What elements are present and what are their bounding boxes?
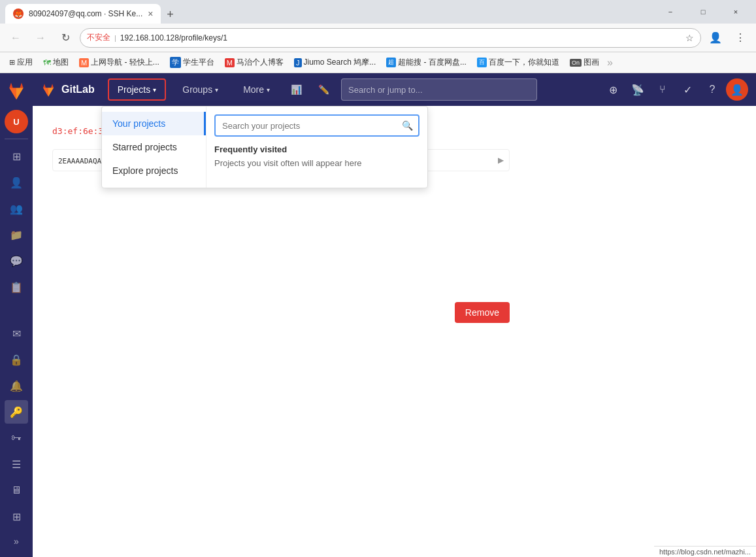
plus-icon-button[interactable]: ⊕ bbox=[602, 78, 624, 101]
bookmark-jiumo-label: Jiumo Search 鸠摩... bbox=[304, 57, 376, 68]
projects-chevron-icon: ▾ bbox=[153, 86, 156, 93]
sidebar-icon-snippets[interactable]: 📋 bbox=[5, 275, 28, 299]
tab-title: 809024097@qq.com · SSH Ke... bbox=[29, 9, 142, 18]
check-icon-button[interactable]: ✓ bbox=[676, 78, 698, 101]
sidebar-icon-groups[interactable]: 👥 bbox=[5, 197, 28, 220]
gitlab-logo[interactable] bbox=[5, 78, 28, 102]
bookmark-jiumo[interactable]: J Jiumo Search 鸠摩... bbox=[290, 56, 380, 69]
pen-icon-button[interactable]: ✏️ bbox=[314, 80, 333, 99]
groups-nav-button[interactable]: Groups ▾ bbox=[174, 80, 227, 99]
sidebar-icon-list[interactable]: ☰ bbox=[5, 452, 28, 476]
more-nav-button[interactable]: More ▾ bbox=[235, 80, 278, 99]
gitlab-logo-text: GitLab bbox=[61, 84, 95, 95]
starred-projects-label: Starred projects bbox=[112, 142, 177, 152]
tab-bar: 🦊 809024097@qq.com · SSH Ke... × + bbox=[5, 0, 650, 24]
bookmark-baidu-label: 百度一下，你就知道 bbox=[489, 57, 559, 68]
bookmark-apps-label: 应用 bbox=[17, 57, 33, 68]
sidebar-icon-dashboard[interactable]: ⊞ bbox=[5, 144, 28, 168]
groups-chevron-icon: ▾ bbox=[215, 86, 218, 93]
active-tab[interactable]: 🦊 809024097@qq.com · SSH Ke... × bbox=[5, 4, 161, 24]
tab-close-button[interactable]: × bbox=[148, 8, 153, 19]
address-bar[interactable]: 不安全 | 192.168.100.128/profile/keys/1 ☆ bbox=[80, 28, 701, 48]
browser-menu-button[interactable]: ⋮ bbox=[730, 27, 751, 48]
sidebar-icon-user[interactable]: 👤 bbox=[5, 171, 28, 194]
merge-icon-button[interactable]: ⑂ bbox=[651, 78, 674, 101]
remove-button[interactable]: Remove bbox=[455, 302, 510, 323]
dropdown-right-panel: 🔍 Frequently visited Projects you visit … bbox=[206, 107, 427, 188]
bookmarks-more-icon[interactable]: » bbox=[607, 57, 613, 69]
more-chevron-icon: ▾ bbox=[267, 86, 270, 93]
bookmark-super-label: 超能搜 - 百度网盘... bbox=[398, 57, 467, 68]
search-container bbox=[341, 78, 537, 101]
remove-row: Remove bbox=[52, 302, 510, 323]
gitlab-sidebar: U ⊞ 👤 👥 📁 💬 📋 ✉ 🔒 🔔 🔑 🗝 ☰ 🖥 ⊞ » bbox=[0, 73, 33, 557]
tab-favicon: 🦊 bbox=[13, 8, 24, 19]
projects-nav-button[interactable]: Projects ▾ bbox=[109, 80, 165, 99]
scroll-arrow: ▶ bbox=[498, 156, 504, 165]
frequently-visited-title: Frequently visited bbox=[214, 144, 419, 154]
help-icon-button[interactable]: ? bbox=[701, 78, 723, 101]
search-icon: 🔍 bbox=[402, 120, 413, 131]
bookmark-apps[interactable]: ⊞ 应用 bbox=[5, 56, 37, 69]
minimize-button[interactable]: − bbox=[655, 2, 685, 22]
sidebar-icon-access[interactable]: 🗝 bbox=[5, 426, 28, 450]
bookmark-blog-label: 马治个人博客 bbox=[237, 57, 284, 68]
bookmarks-bar: ⊞ 应用 🗺 地图 M 上网导航 - 轻快上... 学 学生平台 M 马治个人博… bbox=[0, 52, 756, 73]
title-bar: 🦊 809024097@qq.com · SSH Ke... × + − □ × bbox=[0, 0, 756, 24]
bookmark-blog[interactable]: M 马治个人博客 bbox=[221, 56, 288, 69]
bookmark-map-label: 地图 bbox=[53, 57, 69, 68]
refresh-button[interactable]: ↻ bbox=[55, 27, 76, 48]
avatar-image: 👤 bbox=[731, 84, 744, 96]
security-icon: 不安全 bbox=[87, 32, 110, 43]
projects-nav-highlight: Projects ▾ bbox=[108, 78, 167, 101]
sidebar-icon-projects[interactable]: 📁 bbox=[5, 223, 28, 246]
status-bar: https://blog.csdn.net/mazhi... bbox=[654, 546, 756, 557]
broadcast-icon-button[interactable]: 📡 bbox=[627, 78, 649, 101]
sidebar-icon-lock[interactable]: 🔒 bbox=[5, 348, 28, 371]
user-profile-button[interactable]: 👤 bbox=[705, 27, 726, 48]
groups-nav-label: Groups bbox=[182, 84, 212, 95]
project-search-input[interactable] bbox=[214, 114, 419, 137]
bookmark-star-icon[interactable]: ☆ bbox=[685, 33, 694, 43]
bookmark-huihua[interactable]: On 图画 bbox=[566, 56, 603, 69]
forward-button[interactable]: → bbox=[30, 27, 51, 48]
divider bbox=[5, 139, 28, 139]
chart-icon-button[interactable]: 📊 bbox=[286, 80, 306, 99]
sidebar-icon-bell[interactable]: 🔔 bbox=[5, 374, 28, 397]
nav-icon-group: ⊕ 📡 ⑂ ✓ ? 👤 bbox=[602, 78, 748, 101]
user-avatar[interactable]: U bbox=[5, 110, 28, 133]
sidebar-icon-table[interactable]: ⊞ bbox=[5, 505, 28, 528]
projects-dropdown: Your projects Starred projects Explore p… bbox=[101, 106, 428, 188]
frequently-visited-desc: Projects you visit often will appear her… bbox=[214, 158, 419, 168]
your-projects-label: Your projects bbox=[112, 118, 165, 129]
bookmark-huihua-label: 图画 bbox=[583, 57, 599, 68]
page: U ⊞ 👤 👥 📁 💬 📋 ✉ 🔒 🔔 🔑 🗝 ☰ 🖥 ⊞ » bbox=[0, 73, 756, 557]
address-separator: | bbox=[114, 34, 116, 42]
bookmark-map[interactable]: 🗺 地图 bbox=[39, 56, 73, 69]
gitlab-nav-logo[interactable]: GitLab bbox=[41, 82, 95, 97]
dropdown-your-projects[interactable]: Your projects bbox=[102, 112, 206, 135]
sidebar-icon-chat[interactable]: 💬 bbox=[5, 249, 28, 273]
search-input[interactable] bbox=[341, 78, 537, 101]
user-avatar-button[interactable]: 👤 bbox=[726, 78, 748, 101]
bookmark-student[interactable]: 学 学生平台 bbox=[166, 56, 218, 69]
projects-nav-label: Projects bbox=[118, 84, 151, 95]
dropdown-left-panel: Your projects Starred projects Explore p… bbox=[102, 107, 206, 188]
explore-projects-label: Explore projects bbox=[112, 165, 178, 176]
bookmark-nav[interactable]: M 上网导航 - 轻快上... bbox=[75, 56, 163, 69]
project-search-wrap: 🔍 bbox=[214, 114, 419, 137]
bookmark-baidu[interactable]: 百 百度一下，你就知道 bbox=[473, 56, 563, 69]
bookmark-student-label: 学生平台 bbox=[183, 57, 214, 68]
sidebar-icon-expand[interactable]: » bbox=[14, 531, 19, 552]
back-button[interactable]: ← bbox=[5, 27, 26, 48]
sidebar-icon-mail[interactable]: ✉ bbox=[5, 322, 28, 345]
bookmark-super[interactable]: 超 超能搜 - 百度网盘... bbox=[382, 56, 470, 69]
maximize-button[interactable]: □ bbox=[688, 2, 718, 22]
bookmark-nav-label: 上网导航 - 轻快上... bbox=[91, 57, 159, 68]
sidebar-icon-monitor[interactable]: 🖥 bbox=[5, 479, 28, 502]
sidebar-icon-key[interactable]: 🔑 bbox=[5, 400, 28, 424]
close-button[interactable]: × bbox=[721, 2, 751, 22]
dropdown-starred-projects[interactable]: Starred projects bbox=[102, 135, 206, 159]
new-tab-button[interactable]: + bbox=[161, 5, 179, 24]
dropdown-explore-projects[interactable]: Explore projects bbox=[102, 159, 206, 182]
